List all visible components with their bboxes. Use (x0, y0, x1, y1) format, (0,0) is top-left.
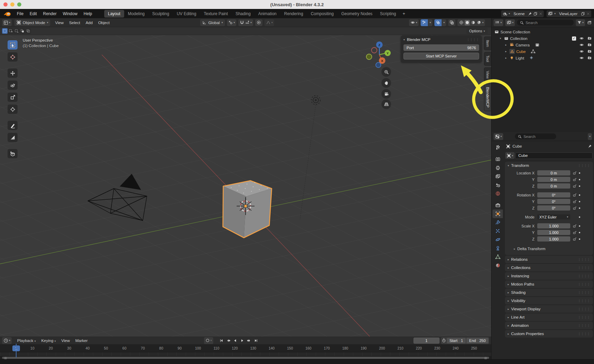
play-reverse-button[interactable] (232, 338, 238, 343)
value-field[interactable]: 0° (537, 199, 570, 204)
value-field[interactable]: 0° (537, 192, 570, 197)
lock-icon[interactable] (573, 200, 576, 204)
properties-tab-particles[interactable] (493, 227, 503, 235)
menu-render[interactable]: Render (40, 10, 60, 17)
delta-transform-panel-header[interactable]: ▸ Delta Transform (505, 245, 593, 252)
pin-icon[interactable] (528, 12, 532, 16)
timeline-scrollbar[interactable] (0, 356, 491, 359)
properties-tab-data[interactable] (493, 253, 503, 261)
workspace-tab-sculpting[interactable]: Sculpting (149, 10, 173, 18)
workspace-tab-uv-editing[interactable]: UV Editing (173, 10, 200, 18)
options-dropdown[interactable]: Options ▾ (466, 28, 488, 34)
show-gizmo-toggle[interactable] (421, 19, 428, 26)
panel-header-animation[interactable]: ▸Animation⋮⋮⋮⋮ (505, 322, 593, 329)
object-name-field[interactable]: Cube (515, 152, 593, 159)
shading-dropdown[interactable]: ▾ (482, 21, 484, 24)
object-visibility-dropdown[interactable]: ▾ (409, 19, 419, 26)
panel-grip[interactable]: ⋮⋮⋮⋮ (578, 333, 590, 335)
properties-search-input[interactable]: Search (515, 133, 556, 139)
disable-in-renders-toggle[interactable] (587, 56, 592, 60)
properties-tab-collection[interactable] (493, 201, 503, 210)
outliner-search-input[interactable]: Search (517, 20, 574, 25)
transform-panel-header[interactable]: ▾ Transform ⋮⋮⋮⋮ (505, 162, 593, 169)
menu-edit[interactable]: Edit (26, 10, 40, 17)
panel-header-visibility[interactable]: ▸Visibility⋮⋮⋮⋮ (505, 297, 593, 304)
auto-keying-toggle[interactable]: ▾ (204, 337, 213, 344)
timeline-scrollbar-thumb[interactable] (2, 357, 489, 359)
remove-view-layer-icon[interactable] (586, 12, 590, 15)
play-button[interactable] (239, 338, 245, 343)
panel-grip[interactable]: ⋮⋮⋮⋮ (578, 267, 590, 269)
outliner-row-scene-collection[interactable]: Scene Collection (492, 29, 594, 35)
animate-property-dot[interactable] (579, 172, 580, 174)
panel-grip[interactable]: ⋮⋮⋮⋮ (578, 283, 590, 285)
lock-icon[interactable] (573, 178, 576, 182)
shading-rendered-button[interactable] (476, 20, 482, 25)
workspace-tab-layout[interactable]: Layout (104, 10, 124, 18)
new-collection-button[interactable] (587, 20, 592, 25)
workspace-tab-animation[interactable]: Animation (255, 10, 280, 18)
sidebar-tab-view[interactable]: View (484, 67, 491, 82)
timeline-menu-marker[interactable]: Marker (73, 338, 90, 344)
properties-options-dropdown[interactable]: ▾ (588, 133, 592, 140)
disable-in-renders-toggle[interactable] (587, 36, 592, 41)
cursor-tool[interactable] (8, 52, 18, 62)
outliner-item-label[interactable]: Scene Collection (500, 30, 530, 34)
proportional-falloff-dropdown[interactable]: ▾ (264, 19, 274, 26)
properties-tab-material[interactable] (493, 261, 503, 270)
shading-material-button[interactable] (471, 20, 476, 25)
outliner-row-camera[interactable]: ▸Camera (492, 42, 594, 48)
pin-icon[interactable] (588, 144, 592, 148)
properties-tab-constraints[interactable] (493, 244, 503, 253)
select-mode-subtract-button[interactable] (14, 28, 19, 34)
panel-grip[interactable]: ⋮⋮⋮⋮ (578, 292, 590, 293)
lock-icon[interactable] (573, 193, 576, 197)
value-field[interactable]: 0 m (537, 177, 570, 182)
panel-header-relations[interactable]: ▸Relations⋮⋮⋮⋮ (505, 256, 593, 263)
move-tool[interactable] (8, 68, 18, 78)
properties-tab-physics[interactable] (493, 235, 503, 244)
outliner-row-light[interactable]: ▸Light (492, 55, 594, 61)
jump-to-end-button[interactable] (253, 338, 259, 343)
menu-help[interactable]: Help (80, 10, 95, 17)
scene-selector[interactable]: ▾ Scene (501, 10, 544, 17)
animate-property-dot[interactable] (579, 225, 580, 227)
view-layer-selector[interactable]: ▾ ViewLayer (547, 10, 591, 17)
start-mcp-server-button[interactable]: Start MCP Server (403, 53, 479, 60)
panel-header-line-art[interactable]: ▸Line Art⋮⋮⋮⋮ (505, 313, 593, 321)
end-frame-field[interactable]: End 250 (466, 338, 488, 343)
add-cube-tool[interactable] (8, 149, 18, 158)
unlink-scene-icon[interactable] (539, 12, 542, 15)
panel-header-motion-paths[interactable]: ▸Motion Paths⋮⋮⋮⋮ (505, 280, 593, 288)
sidebar-tab-blendermcp[interactable]: BlenderMCP (484, 84, 491, 111)
next-keyframe-button[interactable] (246, 338, 252, 343)
annotate-tool[interactable] (8, 121, 18, 130)
hide-in-viewport-toggle[interactable] (579, 56, 584, 60)
value-field[interactable]: 0 m (537, 183, 570, 189)
hide-in-viewport-toggle[interactable] (579, 43, 584, 47)
mode-dropdown[interactable]: Object Mode ▾ (14, 19, 50, 26)
panel-header-collections[interactable]: ▸Collections⋮⋮⋮⋮ (505, 264, 593, 271)
properties-tab-modifiers[interactable] (493, 218, 503, 227)
timeline-menu-keying[interactable]: Keying ▾ (39, 338, 58, 344)
workspace-tab-compositing[interactable]: Compositing (307, 10, 337, 18)
show-overlays-toggle[interactable] (434, 19, 442, 26)
lock-icon[interactable] (573, 171, 576, 175)
panel-grip[interactable]: ⋮⋮⋮⋮ (578, 317, 590, 318)
3d-viewport[interactable]: Options ▾ User Perspective (1) Collectio… (0, 27, 491, 336)
animate-property-dot[interactable] (579, 216, 580, 218)
new-view-layer-icon[interactable] (581, 12, 585, 16)
animate-property-dot[interactable] (579, 185, 580, 187)
outliner-filter-dropdown[interactable]: ▾ (576, 19, 585, 26)
select-box-tool[interactable] (8, 40, 18, 50)
select-mode-invert-button[interactable] (20, 28, 25, 34)
hide-in-viewport-toggle[interactable] (579, 49, 584, 54)
timeline-editor-type-dropdown[interactable]: ▾ (2, 337, 12, 344)
timeline-menu-playback[interactable]: Playback ▾ (14, 338, 39, 344)
measure-tool[interactable] (8, 133, 18, 142)
camera-view-button[interactable] (381, 89, 391, 99)
previous-keyframe-button[interactable] (225, 338, 231, 343)
properties-tab-scene[interactable] (493, 181, 503, 189)
select-mode-set-button[interactable] (2, 28, 8, 34)
viewport-menu-add[interactable]: Add (83, 20, 95, 26)
